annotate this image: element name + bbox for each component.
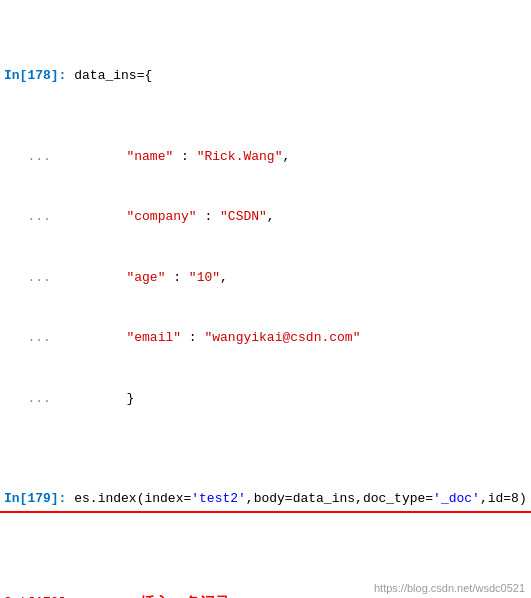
code-cont3: "age" : "10", bbox=[64, 268, 228, 288]
watermark: https://blog.csdn.net/wsdc0521 bbox=[374, 582, 525, 594]
cont-3: ... bbox=[4, 268, 64, 288]
line-cont2: ... "company" : "CSDN", bbox=[0, 207, 531, 227]
code-179: es.index(index='test2',body=data_ins,doc… bbox=[66, 489, 526, 509]
code-cont2: "company" : "CSDN", bbox=[64, 207, 275, 227]
code-178: data_ins={ bbox=[66, 66, 152, 86]
cont-1: ... bbox=[4, 147, 64, 167]
code-cont1: "name" : "Rick.Wang", bbox=[64, 147, 290, 167]
cont-5: ... bbox=[4, 389, 64, 409]
line-cont5: ... } bbox=[0, 389, 531, 409]
code-block: In[178]: data_ins={ ... "name" : "Rick.W… bbox=[0, 0, 531, 598]
code-cont4: "email" : "wangyikai@csdn.com" bbox=[64, 328, 360, 348]
cont-4: ... bbox=[4, 328, 64, 348]
line-cont4: ... "email" : "wangyikai@csdn.com" bbox=[0, 328, 531, 348]
prompt-179: In[179]: bbox=[4, 489, 66, 509]
annotation-insert: 插入一条记录 bbox=[140, 591, 230, 598]
line-in178: In[178]: data_ins={ bbox=[0, 66, 531, 86]
line-cont3: ... "age" : "10", bbox=[0, 268, 531, 288]
code-cont5: } bbox=[64, 389, 134, 409]
out-prompt-179: Out[179]: bbox=[4, 593, 74, 598]
line-cont1: ... "name" : "Rick.Wang", bbox=[0, 147, 531, 167]
prompt-178: In[178]: bbox=[4, 66, 66, 86]
cont-2: ... bbox=[4, 207, 64, 227]
line-in179: In[179]: es.index(index='test2',body=dat… bbox=[0, 489, 531, 512]
